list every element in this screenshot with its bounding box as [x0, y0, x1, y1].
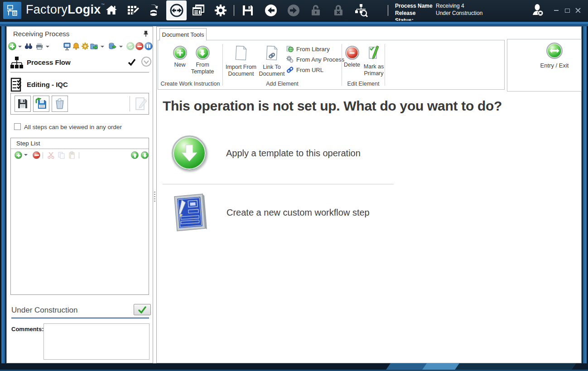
panel-title: Receiving Process	[13, 30, 69, 38]
divider	[10, 72, 149, 72]
board-icon[interactable]	[63, 42, 71, 50]
add-icon[interactable]	[8, 42, 16, 50]
delete-step-button[interactable]	[52, 96, 68, 112]
tab-document-tools[interactable]: Document Tools	[159, 28, 207, 40]
gear-icon[interactable]	[210, 0, 231, 21]
collapse-down-icon[interactable]	[141, 56, 152, 67]
print-icon[interactable]	[35, 42, 43, 50]
create-workflow-option[interactable]: Create a new custom workflow step	[173, 193, 370, 231]
folder-export-caret[interactable]	[101, 46, 104, 48]
editing-label: Editing - IQC	[27, 81, 68, 88]
binoculars-icon[interactable]	[24, 42, 33, 50]
folder-export-icon[interactable]	[90, 42, 98, 50]
bin-export-caret[interactable]	[119, 46, 123, 48]
entry-exit-icon[interactable]	[546, 43, 563, 59]
edit-grid-icon[interactable]	[122, 0, 143, 21]
process-flow-row[interactable]: Process Flow	[7, 54, 153, 72]
step-list-title: Step List	[16, 140, 40, 147]
ribbon-separator	[222, 44, 223, 86]
new-icon	[173, 46, 187, 60]
from-template-icon	[196, 46, 210, 60]
from-library-item[interactable]: From Library	[286, 45, 330, 53]
user-status-icon[interactable]	[528, 0, 549, 21]
order-checkbox-label: All steps can be viewed in any order	[24, 124, 122, 130]
order-checkbox[interactable]	[14, 123, 21, 130]
group-label-add-element: Add Element	[223, 81, 342, 87]
gear-gold-icon[interactable]	[81, 42, 89, 50]
lock-x-icon[interactable]	[328, 0, 349, 21]
from-any-process-item[interactable]: From Any Process	[286, 55, 344, 63]
titlebar-separator	[234, 5, 234, 16]
remove-step-icon[interactable]	[33, 151, 40, 159]
process-name-value: Receiving 4	[436, 2, 464, 10]
workflow-blueprint-icon	[173, 193, 207, 232]
create-workflow-label: Create a new custom workflow step	[227, 207, 370, 218]
print-dropdown-caret[interactable]	[46, 46, 49, 48]
editing-checklist-icon	[10, 77, 24, 92]
minimize-button[interactable]	[551, 0, 562, 21]
mark-primary-icon	[368, 46, 380, 62]
approve-status-button[interactable]	[134, 304, 151, 315]
cut-icon[interactable]	[47, 151, 55, 159]
copy-icon[interactable]	[58, 151, 65, 159]
comments-textarea[interactable]	[43, 323, 149, 360]
bell-icon[interactable]	[72, 42, 80, 50]
delete-element-button[interactable]: Delete	[342, 46, 362, 68]
pause-icon[interactable]	[145, 42, 153, 50]
process-gears-icon	[286, 56, 294, 63]
link-to-document-button[interactable]: Link To Document	[256, 46, 288, 77]
ribbon: New From Template Create Work Instructio…	[158, 40, 505, 90]
maximize-button[interactable]	[562, 0, 573, 21]
panel-splitter[interactable]	[154, 192, 155, 202]
brand-wordmark: FactoryLogix™	[26, 3, 105, 17]
from-template-button[interactable]: From Template	[189, 46, 216, 75]
library-globe-icon	[286, 45, 294, 53]
process-flow-label: Process Flow	[27, 58, 71, 66]
edit-step-icon[interactable]	[134, 96, 148, 113]
panel-toolbar	[7, 41, 153, 52]
editing-row: Editing - IQC	[7, 76, 153, 94]
save-icon[interactable]	[237, 0, 258, 21]
toolbar-separator	[43, 152, 43, 159]
desk-icon	[6, 5, 18, 16]
process-flow-icon	[10, 56, 23, 70]
paste-icon[interactable]	[68, 151, 76, 159]
from-url-item[interactable]: From URL	[286, 66, 323, 74]
forward-icon[interactable]	[283, 0, 304, 21]
add-step-icon[interactable]	[14, 151, 22, 159]
import-document-icon	[235, 45, 247, 62]
stop-icon[interactable]	[135, 42, 144, 50]
transfer-icon-selected[interactable]	[166, 0, 187, 20]
back-icon[interactable]	[260, 0, 281, 21]
url-chain-icon	[286, 66, 294, 73]
add-step-caret[interactable]	[24, 154, 28, 156]
sync-icon[interactable]	[126, 42, 135, 50]
apply-template-option[interactable]: Apply a template to this operation	[172, 135, 361, 171]
options-divider	[163, 184, 394, 184]
pin-icon[interactable]	[143, 30, 149, 39]
move-up-icon[interactable]	[131, 151, 139, 159]
bin-export-icon[interactable]	[108, 42, 116, 50]
move-down-icon[interactable]	[141, 151, 149, 159]
green-check-icon	[138, 306, 146, 313]
receive-bin-icon[interactable]	[144, 0, 164, 21]
add-dropdown-caret[interactable]	[18, 46, 22, 48]
import-from-document-button[interactable]: Import From Document	[224, 46, 258, 77]
save-step-button[interactable]	[14, 96, 31, 112]
close-button[interactable]	[573, 0, 583, 21]
receiving-process-panel: Receiving Process	[6, 26, 153, 363]
link-document-icon	[265, 45, 278, 62]
import-step-button[interactable]	[33, 96, 49, 112]
mark-as-primary-button[interactable]: Mark as Primary	[361, 46, 386, 77]
release-status-text: Under Construction	[11, 306, 77, 315]
editing-toolbox	[10, 93, 149, 115]
documents-icon[interactable]	[188, 0, 209, 21]
home-icon[interactable]	[101, 0, 122, 21]
release-status-row: Under Construction	[7, 304, 153, 317]
flow-search-icon[interactable]	[351, 0, 371, 21]
order-checkbox-row: All steps can be viewed in any order	[7, 123, 153, 132]
window-frame-top	[0, 21, 588, 26]
step-list-header: Step List	[11, 138, 149, 149]
unlock-icon[interactable]	[305, 0, 326, 21]
comments-label: Comments:	[11, 326, 44, 332]
